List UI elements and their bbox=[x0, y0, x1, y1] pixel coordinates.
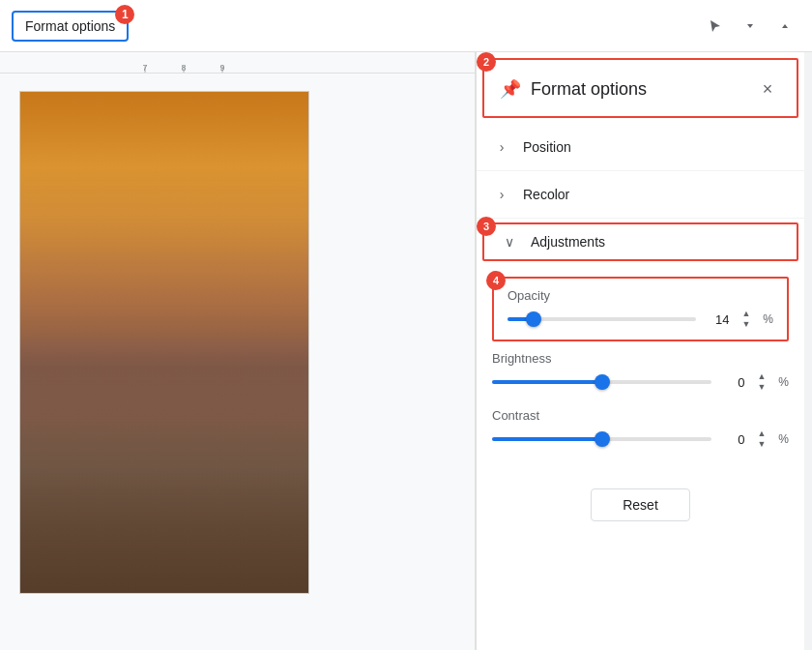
image-container[interactable] bbox=[19, 91, 309, 594]
position-row[interactable]: › Position bbox=[492, 133, 789, 161]
contrast-increment-button[interactable]: ▲ bbox=[754, 428, 768, 439]
contrast-pct: % bbox=[778, 432, 789, 446]
brightness-decrement-button[interactable]: ▼ bbox=[754, 382, 768, 393]
adjustments-header[interactable]: 3 ∨ Adjustments bbox=[482, 222, 798, 261]
opacity-badge-4: 4 bbox=[486, 271, 506, 290]
brightness-slider-fill bbox=[492, 380, 602, 384]
contrast-slider-row: 0 ▲ ▼ % bbox=[492, 428, 789, 450]
opacity-decrement-button[interactable]: ▼ bbox=[739, 319, 753, 330]
ruler: 7 8 9 bbox=[0, 52, 475, 74]
chevron-down-icon: ∨ bbox=[500, 234, 519, 250]
opacity-pct: % bbox=[763, 312, 773, 326]
toolbar: Format options 1 bbox=[0, 0, 812, 52]
ruler-mark-9: 9 bbox=[203, 63, 242, 73]
contrast-slider-fill bbox=[492, 437, 602, 441]
recolor-row[interactable]: › Recolor bbox=[492, 181, 789, 208]
panel-header: 2 📌 Format options × bbox=[482, 58, 798, 118]
close-icon: × bbox=[763, 79, 773, 100]
brightness-stepper: ▲ ▼ bbox=[754, 371, 768, 393]
scrollbar[interactable] bbox=[804, 52, 812, 650]
opacity-box: 4 Opacity 14 ▲ ▼ % bbox=[492, 277, 789, 341]
contrast-label: Contrast bbox=[492, 408, 789, 423]
brightness-pct: % bbox=[778, 375, 789, 389]
format-options-button[interactable]: Format options 1 bbox=[12, 11, 129, 42]
chevron-up-button[interactable] bbox=[769, 11, 800, 42]
toolbar-badge-1: 1 bbox=[115, 5, 134, 24]
chevron-right-icon-recolor: › bbox=[492, 187, 511, 202]
recolor-section: › Recolor bbox=[477, 171, 804, 219]
opacity-slider-track[interactable] bbox=[508, 317, 696, 321]
position-section: › Position bbox=[477, 124, 804, 171]
format-options-label: Format options bbox=[25, 18, 115, 34]
opacity-value: 14 bbox=[706, 312, 729, 327]
brightness-slider-thumb[interactable] bbox=[594, 374, 610, 390]
ruler-mark-7: 7 bbox=[126, 63, 164, 73]
chevron-right-icon: › bbox=[492, 139, 511, 155]
brightness-value: 0 bbox=[721, 375, 744, 390]
adjustments-label: Adjustments bbox=[531, 234, 605, 250]
document-area: 7 8 9 bbox=[0, 52, 475, 650]
adjustments-section: 3 ∨ Adjustments 4 Opacity 14 bbox=[477, 219, 804, 473]
opacity-increment-button[interactable]: ▲ bbox=[739, 309, 753, 319]
pin-icon: 📌 bbox=[500, 78, 521, 100]
cursor-icon-button[interactable] bbox=[700, 11, 731, 42]
panel-close-button[interactable]: × bbox=[754, 75, 781, 103]
main-area: 7 8 9 2 📌 Format options × › Position bbox=[0, 52, 812, 650]
right-panel: 2 📌 Format options × › Position › Recolo… bbox=[476, 52, 804, 650]
opacity-slider-thumb[interactable] bbox=[526, 311, 541, 327]
reset-label: Reset bbox=[623, 497, 658, 513]
contrast-decrement-button[interactable]: ▼ bbox=[754, 439, 768, 450]
dropdown-arrow-button[interactable] bbox=[735, 11, 766, 42]
opacity-label: Opacity bbox=[508, 288, 773, 303]
adj-badge-3: 3 bbox=[477, 217, 496, 236]
position-label: Position bbox=[523, 139, 571, 155]
contrast-slider-track[interactable] bbox=[492, 437, 711, 441]
brightness-slider-row: 0 ▲ ▼ % bbox=[492, 371, 789, 393]
beach-image bbox=[20, 92, 308, 593]
brightness-increment-button[interactable]: ▲ bbox=[754, 371, 768, 382]
brightness-label: Brightness bbox=[492, 351, 789, 366]
panel-badge-2: 2 bbox=[477, 52, 496, 72]
recolor-label: Recolor bbox=[523, 187, 569, 202]
reset-area: Reset bbox=[477, 473, 804, 537]
panel-title: Format options bbox=[531, 79, 754, 100]
sliders-area: 4 Opacity 14 ▲ ▼ % bbox=[477, 265, 804, 473]
opacity-stepper: ▲ ▼ bbox=[739, 309, 753, 330]
ruler-marks: 7 8 9 bbox=[126, 63, 242, 73]
brightness-slider-track[interactable] bbox=[492, 380, 711, 384]
contrast-value: 0 bbox=[721, 432, 744, 447]
brightness-group: Brightness 0 ▲ ▼ % bbox=[492, 351, 789, 393]
ruler-mark-8: 8 bbox=[164, 63, 203, 73]
contrast-group: Contrast 0 ▲ ▼ % bbox=[492, 408, 789, 450]
contrast-stepper: ▲ ▼ bbox=[754, 428, 768, 450]
reset-button[interactable]: Reset bbox=[591, 488, 690, 521]
contrast-slider-thumb[interactable] bbox=[594, 431, 610, 447]
toolbar-icons bbox=[700, 11, 800, 42]
opacity-slider-row: 14 ▲ ▼ % bbox=[508, 309, 773, 330]
